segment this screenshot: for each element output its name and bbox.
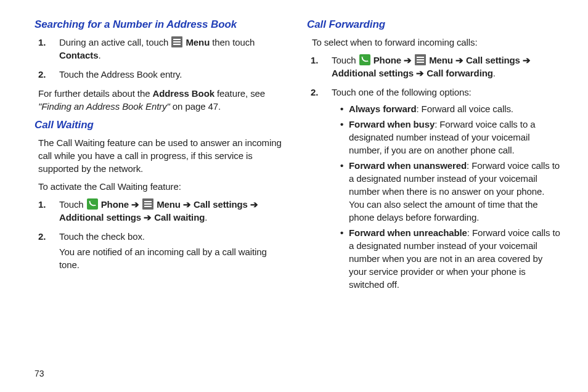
text: For further details about the [38,88,152,99]
list-item: 2. Touch the Address Book entry. [38,68,288,81]
arrow-icon: ➔ [183,199,194,210]
page-number: 73 [35,369,44,378]
arrow-icon: ➔ [455,55,466,65]
list-item: Forward when unanswered: Forward voice c… [340,159,561,224]
call-settings-label: Call settings [466,55,520,65]
call-forwarding-steps: 1. Touch Phone ➔ Menu ➔ Call settings ➔ … [311,54,561,291]
period: . [493,68,496,78]
option-label: Always forward [349,104,416,114]
heading-call-forwarding: Call Forwarding [307,17,561,32]
text: Touch [59,199,86,210]
step-number: 1. [311,54,318,67]
menu-label: Menu [186,37,210,47]
step-note: You are notified of an incoming call by … [59,245,288,271]
arrow-icon: ➔ [250,199,258,210]
list-item: Always forward: Forward all voice calls. [340,102,561,115]
text: feature, see [214,88,265,99]
phone-icon [87,198,98,210]
page: Searching for a Number in Address Book 1… [0,0,588,309]
heading-searching: Searching for a Number in Address Book [35,17,288,32]
searching-steps: 1. During an active call, touch Menu the… [38,36,288,81]
menu-icon [415,54,426,65]
call-waiting-intro: The Call Waiting feature can be used to … [38,136,288,175]
address-book-footer: For further details about the Address Bo… [38,87,288,113]
step-number: 1. [38,36,46,49]
step-text: During an active call, touch [59,37,171,47]
step-number: 2. [38,68,46,81]
step-text: then touch [212,37,255,47]
list-item: 1. Touch Phone ➔ Menu ➔ Call settings ➔ … [38,198,288,224]
left-column: Searching for a Number in Address Book 1… [35,17,288,297]
menu-label: Menu [429,55,453,65]
arrow-icon: ➔ [523,55,531,65]
list-item: 2. Touch one of the following options: A… [311,86,561,291]
phone-label: Phone [374,55,401,65]
reference-link: "Finding an Address Book Entry" [38,101,170,112]
list-item: Forward when busy: Forward voice calls t… [340,118,561,157]
text: Touch [332,55,359,65]
call-waiting-lead: To activate the Call Waiting feature: [38,180,288,193]
additional-settings-label: Additional settings [59,212,141,223]
list-item: 1. During an active call, touch Menu the… [38,36,288,62]
step-number: 1. [38,198,46,211]
period: . [205,212,207,223]
arrow-icon: ➔ [404,55,414,65]
text: on page 47. [170,101,221,112]
option-label: Forward when unanswered [349,160,467,171]
menu-label: Menu [157,199,181,210]
step-text: Touch the check box. [59,231,145,242]
call-settings-label: Call settings [194,199,248,210]
arrow-icon: ➔ [416,68,427,78]
additional-settings-label: Additional settings [332,68,414,78]
phone-icon [359,54,370,65]
step-text: Touch the Address Book entry. [59,69,182,80]
call-forwarding-intro: To select when to forward incoming calls… [312,36,561,49]
step-number: 2. [311,86,318,99]
forwarding-options: Always forward: Forward all voice calls.… [332,102,561,291]
option-desc: : Forward all voice calls. [416,104,513,114]
phone-label: Phone [101,199,129,210]
list-item: Forward when unreachable: Forward voice … [340,226,561,291]
right-column: Call Forwarding To select when to forwar… [307,17,561,297]
list-item: 1. Touch Phone ➔ Menu ➔ Call settings ➔ … [311,54,561,80]
call-waiting-label: Call waiting [154,212,205,223]
menu-icon [171,36,182,47]
heading-call-waiting: Call Waiting [35,118,288,133]
period: . [98,50,100,60]
list-item: 2. Touch the check box. You are notified… [38,230,288,271]
step-number: 2. [38,230,46,243]
arrow-icon: ➔ [144,212,154,223]
option-label: Forward when busy [349,119,435,129]
call-waiting-steps: 1. Touch Phone ➔ Menu ➔ Call settings ➔ … [38,198,288,271]
arrow-icon: ➔ [131,199,142,210]
menu-icon [142,198,153,210]
step-lead: Touch one of the following options: [332,87,472,97]
contacts-label: Contacts [59,50,98,60]
address-book-bold: Address Book [152,88,214,99]
option-label: Forward when unreachable [349,227,467,238]
call-forwarding-label: Call forwarding [427,68,493,78]
